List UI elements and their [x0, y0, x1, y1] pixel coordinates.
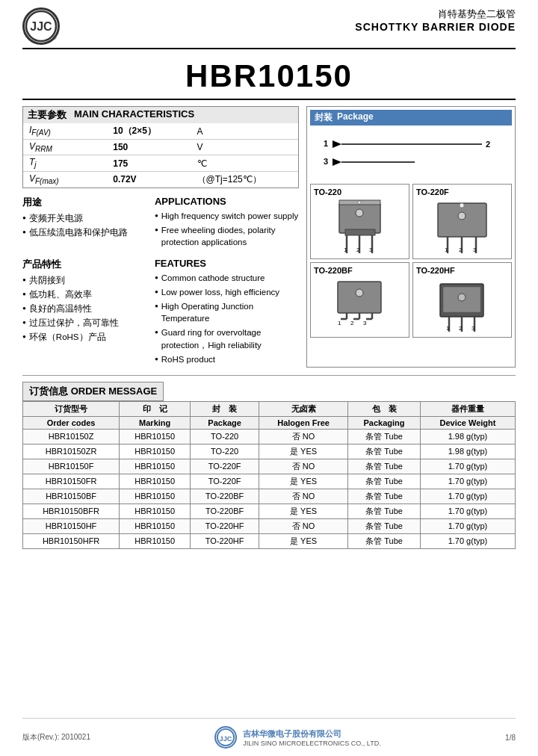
features-en-item: RoHS product: [155, 353, 299, 365]
order-pkg: TO-220: [191, 444, 259, 459]
svg-text:2: 2: [486, 140, 490, 149]
order-section: 订货信息 ORDER MESSAGE 订货型号 印 记 封 装 无卤素 包 装 …: [22, 382, 516, 549]
char-row: VRRM 150 V: [23, 140, 298, 155]
company-logo: JJC ®: [22, 7, 60, 45]
svg-text:2: 2: [350, 320, 354, 326]
char-unit: A: [191, 123, 298, 140]
order-hf: 否 NO: [259, 429, 348, 444]
char-row: VF(max) 0.72V （@Tj=125℃）: [23, 171, 298, 188]
package-grid: TO-220 1: [310, 184, 512, 338]
order-pkg: TO-220BF: [191, 504, 259, 518]
svg-text:3: 3: [471, 325, 475, 332]
order-marking: HBR10150: [120, 533, 191, 548]
apps-en-list: High frequency switch power supplyFree w…: [155, 210, 299, 248]
part-number: HBR10150: [22, 58, 516, 94]
col-pack-zh: 包 装: [348, 401, 421, 416]
footer-logo: JJC: [214, 726, 237, 749]
order-pack: 条管 Tube: [348, 533, 421, 548]
title-section: HBR10150: [22, 52, 516, 100]
order-pack: 条管 Tube: [348, 474, 421, 489]
package-to220: TO-220 1: [310, 184, 409, 259]
col-marking-zh: 印 记: [120, 401, 191, 416]
features-zh-item: 共阴接到: [22, 274, 143, 286]
char-unit: V: [191, 140, 298, 155]
order-pkg: TO-220: [191, 429, 259, 444]
package-to220hf: TO-220HF 1 2 3: [412, 262, 512, 338]
svg-text:2: 2: [356, 247, 360, 253]
package-to220f-label: TO-220F: [416, 188, 449, 196]
svg-point-31: [356, 289, 363, 297]
char-unit: ℃: [191, 155, 298, 171]
svg-rect-10: [339, 203, 380, 233]
package-section: 封装 Package 1 2 3: [306, 106, 516, 368]
svg-marker-8: [333, 158, 341, 166]
svg-text:3: 3: [324, 157, 328, 166]
features-zh-item: 低功耗、高效率: [22, 288, 143, 300]
characteristics-block: 主要参数 MAIN CHARACTERISTICS IF(AV) 10（2×5）…: [22, 106, 299, 188]
char-param: VF(max): [23, 171, 107, 188]
order-hf: 是 YES: [259, 474, 348, 489]
apps-left: 用途 变频开关电源低压续流电路和保护电路: [22, 196, 143, 250]
features-en-list: Common cathode structureLow power loss, …: [155, 272, 299, 365]
svg-text:1: 1: [338, 320, 341, 326]
package-header: 封装 Package: [310, 110, 512, 126]
order-pack: 条管 Tube: [348, 504, 421, 518]
svg-text:2: 2: [459, 325, 463, 332]
main-content: 主要参数 MAIN CHARACTERISTICS IF(AV) 10（2×5）…: [22, 106, 516, 376]
order-pkg: TO-220HF: [191, 518, 259, 533]
svg-text:3: 3: [363, 320, 367, 326]
svg-text:1: 1: [344, 247, 347, 253]
pin-diagram-area: 1 2 3: [310, 128, 512, 181]
package-to220hf-img: 1 2 3: [416, 278, 508, 334]
svg-point-43: [458, 294, 466, 301]
features-en-item: Low power loss, high efficiency: [155, 286, 299, 298]
order-weight: 1.70 g(typ): [420, 474, 515, 489]
footer-page: 1/8: [505, 734, 516, 742]
apps-en-item: High frequency switch power supply: [155, 210, 299, 222]
svg-text:1: 1: [324, 139, 328, 148]
col-hf-zh: 无卤素: [259, 401, 348, 416]
char-row: IF(AV) 10（2×5） A: [23, 123, 298, 140]
features-en-item: High Operating Junction Temperature: [155, 300, 299, 324]
features-zh-item: 良好的高温特性: [22, 303, 143, 315]
header-right: 肖特基势垒二极管 SCHOTTKY BARRIER DIODE: [355, 7, 516, 33]
order-code: HBR10150HF: [23, 518, 120, 533]
package-to220bf-img: 1 2 3: [314, 278, 406, 334]
char-title-zh: 主要参数: [28, 108, 67, 122]
order-pkg: TO-220BF: [191, 489, 259, 504]
char-unit: （@Tj=125℃）: [191, 171, 298, 188]
svg-text:®: ®: [53, 36, 57, 40]
order-weight: 1.70 g(typ): [420, 459, 515, 474]
apps-zh-item: 低压续流电路和保护电路: [22, 226, 143, 238]
left-section: 主要参数 MAIN CHARACTERISTICS IF(AV) 10（2×5）…: [22, 106, 299, 368]
footer-company-name-en: JILIN SINO MICROELECTRONICS CO., LTD.: [243, 740, 380, 747]
apps-title-zh: 用途: [22, 196, 143, 209]
order-pkg: TO-220HF: [191, 533, 259, 548]
package-to220bf-label: TO-220BF: [314, 266, 353, 275]
order-table-header-en: Order codes Marking Package Halogen Free…: [23, 416, 516, 429]
svg-text:2: 2: [459, 247, 463, 253]
features-zh-list: 共阴接到低功耗、高效率良好的高温特性过压过保护，高可靠性环保（RoHS）产品: [22, 274, 143, 343]
apps-title-en: APPLICATIONS: [155, 196, 299, 207]
package-to220hf-label: TO-220HF: [416, 266, 455, 275]
order-table: 订货型号 印 记 封 装 无卤素 包 装 器件重量 Order codes Ma…: [22, 401, 516, 549]
features-title-zh: 产品特性: [22, 258, 143, 271]
svg-point-12: [356, 209, 363, 217]
package-to220-label: TO-220: [314, 188, 341, 196]
features-section: 产品特性 共阴接到低功耗、高效率良好的高温特性过压过保护，高可靠性环保（RoHS…: [22, 258, 299, 368]
header: JJC ® 肖特基势垒二极管 SCHOTTKY BARRIER DIODE: [22, 7, 516, 49]
order-marking: HBR10150: [120, 459, 191, 474]
features-en-item: Common cathode structure: [155, 272, 299, 284]
order-row: HBR10150FR HBR10150 TO-220F 是 YES 条管 Tub…: [23, 474, 516, 489]
col-marking-en: Marking: [120, 416, 191, 429]
order-marking: HBR10150: [120, 429, 191, 444]
svg-text:JJC: JJC: [220, 735, 232, 743]
package-to220bf: TO-220BF 1: [310, 262, 409, 338]
svg-text:3: 3: [369, 247, 373, 253]
features-zh-item: 环保（RoHS）产品: [22, 331, 143, 343]
col-pack-en: Packaging: [348, 416, 421, 429]
package-title-zh: 封装: [315, 111, 333, 124]
char-value: 10（2×5）: [107, 123, 191, 140]
order-row: HBR10150BF HBR10150 TO-220BF 否 NO 条管 Tub…: [23, 489, 516, 504]
char-param: IF(AV): [23, 123, 107, 140]
